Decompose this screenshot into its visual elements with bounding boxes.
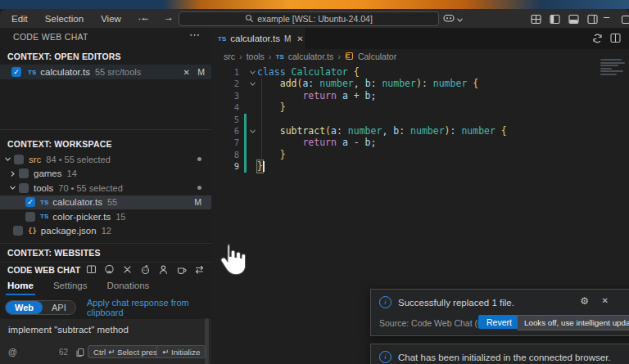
tab-close-icon[interactable]: ✕ (296, 34, 303, 43)
checkbox-checked[interactable]: ✓ (25, 197, 35, 207)
fold-chevron-icon[interactable] (247, 69, 257, 76)
menu-item-edit[interactable]: Edit (10, 14, 29, 24)
gutter-spacer (244, 90, 247, 101)
swap-icon[interactable] (194, 264, 205, 275)
tree-row-package.json[interactable]: {}package.json12 (0, 224, 211, 239)
breadcrumb-folder[interactable]: tools (247, 52, 265, 61)
prompt-text: implement "subtract" method (8, 325, 129, 335)
code-area[interactable]: 1class Calculator {2 add(a: number, b: n… (211, 66, 629, 173)
chevron-down-icon[interactable] (8, 184, 16, 191)
tab-settings[interactable]: Settings (53, 281, 88, 290)
tab-calculator-ts[interactable]: TS calculator.ts M ✕ (211, 28, 306, 49)
reddit-icon[interactable] (140, 264, 151, 275)
tree-item-label: package.json (41, 226, 97, 236)
notification-replaced-file: i Successfully replaced 1 file. ⚙ ✕ Sour… (370, 289, 629, 336)
close-icon[interactable]: ✕ (602, 296, 609, 305)
coffee-icon[interactable] (176, 264, 187, 275)
checkbox-unchecked[interactable] (25, 212, 35, 222)
breadcrumb-folder[interactable]: src (224, 52, 235, 61)
tree-item-label: tools (34, 183, 53, 193)
checkbox-unchecked[interactable] (13, 226, 23, 236)
code-line-7: 7 return a - b; (211, 137, 629, 148)
divider (0, 129, 211, 130)
breadcrumb[interactable]: src › tools › TS calculator.ts › Calcula… (211, 49, 629, 64)
titlebar-layout-controls (531, 13, 598, 28)
git-added-gutter (244, 160, 247, 172)
editor-actions (592, 33, 621, 43)
github-icon[interactable] (104, 264, 115, 275)
close-icon[interactable]: ✕ (183, 68, 190, 77)
tab-home[interactable]: Home (7, 281, 34, 290)
tree-item-meta: 15 (115, 212, 125, 222)
breadcrumb-symbol[interactable]: Calculator (358, 52, 396, 61)
gear-icon[interactable]: ⚙ (580, 295, 589, 307)
copy-icon[interactable] (75, 346, 85, 361)
cwc-panel-header: CODE WEB CHAT (0, 262, 211, 276)
copilot-menu[interactable] (443, 12, 464, 27)
apply-clipboard-link[interactable]: Apply chat response from clipboard (87, 298, 211, 317)
checkbox-unchecked[interactable] (19, 183, 29, 193)
search-icon (245, 14, 253, 24)
workspace-tree: src84 • 55 selectedgames14tools70 • 55 s… (0, 152, 211, 238)
sidebar-scrollbar[interactable] (205, 318, 209, 364)
toggle-sidebar-right-icon[interactable] (587, 13, 598, 28)
toggle-sidebar-left-icon[interactable] (550, 13, 560, 28)
chevron-right-icon: › (337, 52, 341, 61)
x-icon[interactable] (122, 264, 133, 275)
checkbox-unchecked[interactable] (19, 169, 29, 178)
json-file-icon: {} (28, 227, 37, 235)
tree-row-tools[interactable]: tools70 • 55 selected (0, 181, 211, 195)
open-editor-row-calculator[interactable]: ✓ TS calculator.ts 55 src/tools ✕ M (0, 65, 211, 79)
chevron-right-icon[interactable] (8, 170, 16, 178)
section-websites[interactable]: CONTEXT: WEBSITES (7, 248, 101, 258)
info-icon: i (379, 351, 391, 363)
more-actions-icon[interactable]: ⋯ (189, 29, 200, 41)
mode-web-toggle[interactable]: Web (6, 301, 43, 314)
toggle-panel-icon[interactable] (568, 13, 579, 28)
tab-donations[interactable]: Donations (107, 281, 150, 290)
menu-item-view[interactable]: View (99, 14, 123, 24)
checkbox-unchecked[interactable] (14, 155, 24, 164)
nav-back-icon[interactable]: ← (141, 11, 151, 23)
fold-chevron-icon[interactable] (247, 128, 257, 135)
command-center-search[interactable]: example [WSL: Ubuntu-24.04] (179, 11, 439, 26)
desktop-wallpaper-strip (0, 0, 629, 9)
tree-row-games[interactable]: games14 (0, 167, 211, 182)
gutter-spacer (244, 78, 247, 89)
minimap[interactable] (600, 59, 627, 76)
window-maximize-icon[interactable] (622, 16, 629, 24)
nav-forward-icon[interactable]: → (164, 11, 174, 23)
menu-item-selection[interactable]: Selection (43, 14, 85, 24)
chevron-down-icon[interactable] (3, 155, 11, 163)
code-line-1: 1class Calculator { (211, 66, 629, 78)
tree-item-label: src (29, 155, 41, 164)
tree-row-calculator.ts[interactable]: ✓TScalculator.ts55M (0, 195, 211, 210)
tab-modified-badge: M (284, 34, 291, 43)
checkbox-checked[interactable]: ✓ (11, 67, 21, 77)
tree-item-label: calculator.ts (52, 197, 102, 207)
split-editor-icon[interactable] (610, 33, 621, 43)
tree-row-src[interactable]: src84 • 55 selected (0, 152, 211, 167)
section-open-editors[interactable]: CONTEXT: OPEN EDITORS (7, 52, 121, 61)
tree-row-color-picker.ts[interactable]: TScolor-picker.ts15 (0, 209, 211, 224)
git-added-gutter (244, 125, 247, 137)
mode-toggle: Web API (5, 300, 76, 315)
modified-dot-icon (197, 186, 201, 190)
fold-chevron-icon[interactable] (247, 80, 257, 88)
text-cursor (263, 161, 265, 172)
mode-api-toggle[interactable]: API (43, 301, 75, 314)
customize-layout-icon[interactable] (531, 13, 541, 28)
copilot-icon (443, 12, 455, 27)
docs-icon[interactable] (86, 264, 97, 275)
breadcrumb-file[interactable]: calculator.ts (288, 52, 333, 61)
prompt-input[interactable]: implement "subtract" method @ 62 Ctrl ↵ … (0, 319, 211, 364)
intelligent-update-button[interactable]: Looks off, use intelligent update (517, 315, 629, 330)
user-icon[interactable] (158, 264, 169, 275)
section-workspace[interactable]: CONTEXT: WORKSPACE (7, 139, 112, 149)
initialize-button[interactable]: ↵ Initialize (156, 345, 206, 358)
revert-button[interactable]: Revert (478, 315, 520, 329)
window-minimize-icon[interactable]: – (604, 11, 609, 23)
mention-icon[interactable]: @ (8, 347, 17, 357)
open-changes-icon[interactable] (592, 33, 603, 43)
git-added-gutter (244, 137, 247, 148)
